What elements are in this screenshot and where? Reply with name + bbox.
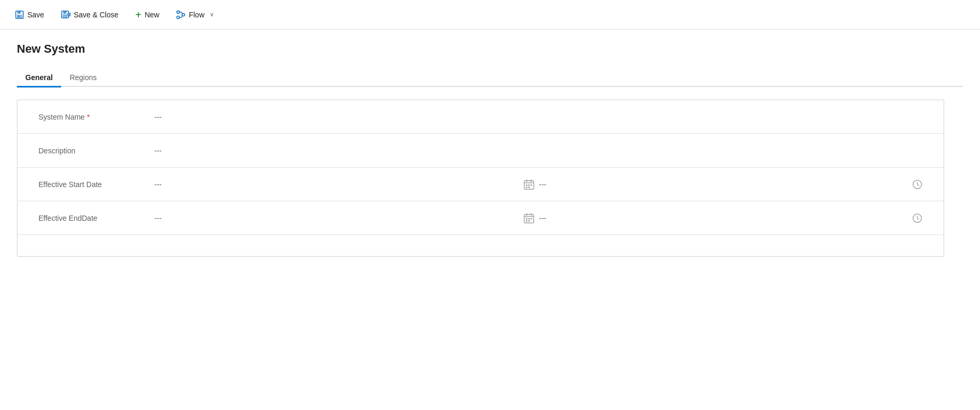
svg-rect-15 bbox=[526, 187, 527, 188]
new-label: New bbox=[144, 11, 159, 19]
effective-start-date-label: Effective Start Date bbox=[38, 180, 154, 189]
svg-point-8 bbox=[177, 11, 180, 13]
svg-rect-5 bbox=[63, 11, 66, 14]
new-button[interactable]: + New bbox=[129, 6, 166, 23]
svg-rect-19 bbox=[526, 218, 527, 220]
save-icon bbox=[15, 10, 24, 19]
new-icon: + bbox=[135, 9, 142, 20]
effective-start-date-value[interactable]: --- bbox=[154, 180, 523, 189]
required-star: * bbox=[87, 113, 90, 121]
form-bottom-spacer bbox=[17, 235, 944, 256]
effective-end-date-row: Effective EndDate --- bbox=[17, 201, 944, 235]
svg-rect-20 bbox=[528, 218, 530, 220]
toolbar: Save Save & Close + New bbox=[0, 0, 980, 30]
svg-rect-23 bbox=[528, 220, 530, 222]
effective-start-clock-icon[interactable] bbox=[912, 179, 923, 190]
page-content: New System General Regions System Name *… bbox=[0, 30, 980, 269]
effective-start-date-group: --- --- bbox=[154, 179, 923, 190]
svg-rect-16 bbox=[528, 187, 530, 188]
svg-rect-2 bbox=[17, 15, 22, 18]
svg-rect-6 bbox=[63, 14, 67, 17]
effective-end-date-calendar-icon[interactable] bbox=[523, 212, 535, 224]
svg-rect-13 bbox=[528, 184, 530, 186]
flow-label: Flow bbox=[189, 11, 204, 19]
effective-start-time-value[interactable]: --- bbox=[539, 180, 908, 189]
svg-point-9 bbox=[182, 13, 185, 16]
svg-rect-1 bbox=[17, 11, 21, 14]
svg-rect-12 bbox=[526, 184, 527, 186]
tab-general[interactable]: General bbox=[17, 69, 61, 87]
tab-regions[interactable]: Regions bbox=[61, 69, 105, 87]
save-close-button[interactable]: Save & Close bbox=[55, 7, 125, 23]
save-label: Save bbox=[27, 11, 44, 19]
svg-rect-21 bbox=[531, 218, 532, 220]
description-row: Description --- bbox=[17, 134, 944, 168]
effective-end-time-value[interactable]: --- bbox=[539, 214, 908, 222]
tabs: General Regions bbox=[17, 69, 963, 87]
flow-chevron-icon: ∨ bbox=[210, 11, 214, 18]
effective-end-date-group: --- --- bbox=[154, 212, 923, 224]
flow-button[interactable]: Flow ∨ bbox=[170, 7, 220, 23]
save-close-label: Save & Close bbox=[74, 11, 119, 19]
save-button[interactable]: Save bbox=[8, 7, 51, 23]
description-value[interactable]: --- bbox=[154, 147, 923, 155]
flow-icon bbox=[176, 10, 185, 19]
effective-start-date-row: Effective Start Date --- bbox=[17, 168, 944, 201]
svg-rect-3 bbox=[18, 15, 19, 17]
form-container: System Name * --- Description --- Effect… bbox=[17, 100, 944, 257]
system-name-label: System Name * bbox=[38, 113, 154, 121]
system-name-row: System Name * --- bbox=[17, 100, 944, 134]
page-title: New System bbox=[17, 42, 963, 56]
system-name-value[interactable]: --- bbox=[154, 113, 923, 121]
svg-rect-14 bbox=[531, 184, 532, 186]
svg-rect-22 bbox=[526, 220, 527, 222]
effective-end-clock-icon[interactable] bbox=[912, 213, 923, 223]
effective-start-date-calendar-icon[interactable] bbox=[523, 179, 535, 190]
save-close-icon bbox=[61, 10, 71, 19]
effective-end-date-value[interactable]: --- bbox=[154, 214, 523, 222]
description-label: Description bbox=[38, 147, 154, 155]
effective-end-date-label: Effective EndDate bbox=[38, 214, 154, 222]
svg-point-10 bbox=[177, 16, 180, 18]
